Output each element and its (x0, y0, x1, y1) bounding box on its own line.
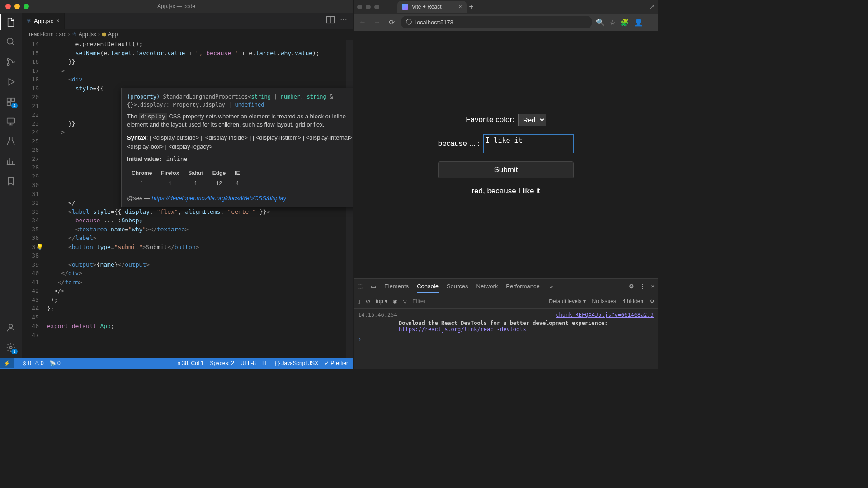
inspect-icon[interactable]: ⬚ (357, 283, 363, 290)
tab-console[interactable]: Console (417, 283, 439, 293)
url-text: localhost:5173 (415, 19, 453, 26)
browser-tab-title: Vite + React (412, 4, 441, 10)
form-output: red, because I like it (472, 187, 540, 196)
device-toggle-icon[interactable]: ▭ (371, 283, 376, 290)
context-selector[interactable]: top ▾ (376, 298, 387, 305)
breadcrumb[interactable]: react-form› src› ⚛ App.jsx› ⬢ App (22, 29, 353, 40)
svg-point-9 (9, 346, 12, 349)
tab-sources[interactable]: Sources (447, 283, 468, 290)
devtools-close-icon[interactable]: × (651, 283, 655, 290)
activity-bar: 4 1 (0, 13, 22, 358)
browser-tab[interactable]: Vite + React × (397, 1, 467, 13)
status-spaces[interactable]: Spaces: 2 (210, 360, 234, 366)
split-editor-icon[interactable] (326, 15, 335, 27)
more-tabs-icon[interactable]: » (550, 283, 553, 290)
breadcrumb-item[interactable]: App (108, 31, 118, 38)
account-icon[interactable] (5, 322, 17, 333)
status-lang[interactable]: { } JavaScript JSX (275, 360, 318, 366)
filter-icon: ▽ (403, 298, 407, 305)
search-icon[interactable] (5, 36, 17, 48)
hover-syntax: Syntax: [ <display-outside> || <display-… (127, 133, 353, 151)
browser-minimize-icon[interactable] (366, 5, 371, 9)
more-actions-icon[interactable]: ⋯ (340, 15, 347, 27)
tab-close-icon[interactable]: × (458, 4, 462, 10)
tab-close-icon[interactable]: × (56, 17, 60, 24)
expand-icon[interactable]: ⤢ (649, 3, 655, 11)
browser-window: Vite + React × + ⤢ ← → ⟳ ⓘ localhost:517… (354, 0, 658, 369)
why-textarea[interactable]: I like it (483, 134, 574, 153)
console-sidebar-icon[interactable]: ▯ (357, 298, 360, 305)
status-encoding[interactable]: UTF-8 (241, 360, 256, 366)
console-filterbar: ▯ ⊘ top ▾ ◉ ▽ Default levels ▾ No Issues… (354, 294, 658, 309)
status-formatter[interactable]: ✓ Prettier (325, 360, 348, 366)
bookmark-icon[interactable] (5, 175, 17, 187)
issues-count[interactable]: No Issues (592, 298, 616, 305)
window-title: App.jsx — code (157, 3, 195, 9)
reload-button[interactable]: ⟳ (386, 18, 397, 27)
extensions-puzzle-icon[interactable]: 🧩 (620, 18, 629, 27)
favorite-color-label: Favorite color: (466, 115, 514, 124)
extensions-badge: 4 (11, 103, 18, 108)
status-cursor[interactable]: Ln 38, Col 1 (175, 360, 204, 366)
status-ports[interactable]: 📡 0 (49, 360, 61, 366)
testing-icon[interactable] (5, 136, 17, 147)
live-expression-icon[interactable]: ◉ (393, 298, 397, 305)
favorite-color-select[interactable]: Red (518, 114, 546, 126)
hover-initial-value: Initial value: inline (127, 155, 353, 164)
browser-close-icon[interactable] (357, 5, 362, 9)
code-editor[interactable]: 1415161718192021222324252627282930313233… (22, 40, 353, 358)
devtools-tabs: ⬚ ▭ Elements Console Sources Network Per… (354, 279, 658, 294)
window-zoom-icon[interactable] (24, 4, 29, 9)
tab-performance[interactable]: Performance (506, 283, 539, 290)
forward-button[interactable]: → (372, 18, 382, 26)
breadcrumb-item[interactable]: react-form (29, 31, 54, 38)
devtools-dock-icon[interactable]: ⋮ (640, 283, 646, 290)
filter-input[interactable] (412, 298, 489, 305)
tab-app-jsx[interactable]: ⚛ App.jsx × (22, 13, 65, 29)
submit-button[interactable]: Submit (438, 161, 574, 178)
status-problems[interactable]: ⊗ 0 ⚠ 0 (22, 360, 44, 366)
extensions-icon[interactable]: 4 (5, 96, 17, 108)
svg-rect-5 (11, 98, 14, 101)
graph-icon[interactable] (5, 155, 17, 167)
breadcrumb-item[interactable]: src (59, 31, 66, 38)
svg-point-0 (7, 38, 13, 44)
hidden-count[interactable]: 4 hidden (623, 298, 643, 305)
url-bar[interactable]: ⓘ localhost:5173 (401, 16, 592, 28)
devtools-settings-icon[interactable]: ⚙ (629, 283, 634, 290)
run-debug-icon[interactable] (5, 76, 17, 88)
because-row: because ... : I like it (438, 134, 574, 153)
hover-description: The display CSS property sets whether an… (127, 113, 353, 129)
clear-console-icon[interactable]: ⊘ (366, 298, 370, 305)
explorer-icon[interactable] (5, 16, 17, 28)
back-button[interactable]: ← (357, 18, 368, 26)
vscode-window: App.jsx — code 4 1 ⚛ App.jsx × (0, 0, 353, 369)
bookmark-star-icon[interactable]: ☆ (609, 18, 616, 27)
console-settings-icon[interactable]: ⚙ (650, 298, 655, 305)
log-levels[interactable]: Default levels ▾ (549, 298, 585, 305)
remote-explorer-icon[interactable] (5, 116, 17, 127)
new-tab-button[interactable]: + (469, 3, 473, 11)
breadcrumb-item[interactable]: App.jsx (79, 31, 96, 38)
status-bar: ⚡ ⊗ 0 ⚠ 0 📡 0 Ln 38, Col 1 Spaces: 2 UTF… (0, 358, 353, 369)
source-control-icon[interactable] (5, 56, 17, 68)
menu-icon[interactable]: ⋮ (647, 18, 655, 27)
log-source-link[interactable]: chunk-REFQX4J5.js?v=661468a2:3 (556, 311, 654, 319)
browser-zoom-icon[interactable] (374, 5, 379, 9)
remote-indicator[interactable]: ⚡ (0, 358, 14, 368)
site-info-icon[interactable]: ⓘ (406, 18, 412, 26)
window-minimize-icon[interactable] (14, 4, 20, 9)
tab-network[interactable]: Network (476, 283, 498, 290)
status-eol[interactable]: LF (262, 360, 269, 366)
tab-elements[interactable]: Elements (384, 283, 409, 290)
svg-rect-7 (7, 118, 15, 123)
settings-badge: 1 (11, 349, 18, 354)
console-output[interactable]: 14:15:46.254 chunk-REFQX4J5.js?v=661468a… (354, 309, 658, 369)
devtools: ⬚ ▭ Elements Console Sources Network Per… (354, 278, 658, 369)
profile-icon[interactable]: 👤 (634, 18, 643, 27)
window-close-icon[interactable] (5, 4, 11, 9)
console-prompt[interactable]: › (358, 336, 654, 343)
settings-icon[interactable]: 1 (5, 342, 17, 353)
svg-point-2 (7, 63, 9, 66)
zoom-icon[interactable]: 🔍 (596, 18, 605, 27)
